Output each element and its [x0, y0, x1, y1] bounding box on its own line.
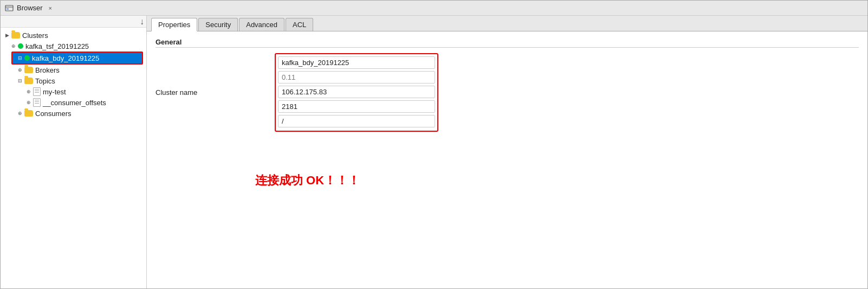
main-window: Browser × ↓ ▶ Clusters ⊕ kafka_tsf_2019: [0, 0, 868, 289]
topics-node[interactable]: ⊟ Topics: [1, 75, 146, 86]
kafka-version-input[interactable]: [278, 71, 435, 84]
cluster2-label: kafka_bdy_20191225: [32, 54, 99, 62]
cluster2-row: ⊟ kafka_bdy_20191225: [1, 52, 146, 65]
topic1-label: my-test: [43, 88, 66, 96]
folder-icon: [24, 110, 33, 117]
browser-icon: [5, 4, 14, 12]
clusters-node[interactable]: ▶ Clusters: [1, 30, 146, 41]
close-tab-button[interactable]: ×: [46, 4, 55, 12]
brokers-label: Brokers: [35, 66, 60, 74]
title-bar: Browser ×: [1, 1, 867, 16]
expand-icon: ⊟: [16, 54, 24, 62]
expand-icon: ⊕: [16, 66, 24, 74]
expand-icon: ⊕: [24, 98, 33, 107]
doc-icon: [33, 87, 41, 96]
folder-icon: [11, 32, 20, 38]
down-arrow-icon: ↓: [140, 17, 144, 27]
expand-icon: ⊕: [16, 109, 24, 118]
doc-icon: [33, 98, 41, 107]
svg-rect-2: [7, 8, 9, 10]
cluster1-node[interactable]: ⊕ kafka_tsf_20191225: [1, 41, 146, 52]
sidebar-toolbar: ↓: [1, 16, 146, 28]
topic1-node[interactable]: ⊕ my-test: [1, 86, 146, 97]
main-area: ↓ ▶ Clusters ⊕ kafka_tsf_20191225: [1, 16, 867, 288]
consumers-node[interactable]: ⊕ Consumers: [1, 108, 146, 119]
topic2-node[interactable]: ⊕ __consumer_offsets: [1, 97, 146, 108]
expand-icon: ⊕: [9, 42, 18, 50]
expand-icon: ▶: [3, 31, 11, 40]
tab-advanced[interactable]: Advanced: [239, 18, 284, 31]
cluster-name-row: Cluster name: [156, 53, 859, 132]
status-dot: [18, 43, 23, 49]
tab-security[interactable]: Security: [198, 18, 238, 31]
title-label: Browser: [17, 4, 43, 12]
consumers-label: Consumers: [35, 110, 71, 118]
expand-icon: ⊕: [24, 87, 33, 96]
folder-icon: [24, 67, 33, 73]
sidebar: ↓ ▶ Clusters ⊕ kafka_tsf_20191225: [1, 16, 147, 288]
expand-icon: ⊟: [16, 76, 24, 85]
topic2-label: __consumer_offsets: [43, 99, 106, 107]
tab-properties[interactable]: Properties: [151, 18, 197, 31]
right-panel: Properties Security Advanced ACL General…: [147, 16, 867, 288]
tab-bar: Properties Security Advanced ACL: [147, 16, 867, 31]
properties-content: General Cluster name: [147, 31, 867, 288]
chroot-path-input[interactable]: [278, 115, 435, 127]
tree: ▶ Clusters ⊕ kafka_tsf_20191225 ⊟ kafka_…: [1, 28, 146, 121]
status-dot: [24, 55, 30, 61]
fields-box: [275, 53, 438, 132]
cluster1-label: kafka_tsf_20191225: [25, 42, 89, 50]
zookeeper-port-input[interactable]: [278, 100, 435, 113]
cluster2-node[interactable]: ⊟ kafka_bdy_20191225: [11, 52, 143, 65]
clusters-label: Clusters: [22, 31, 48, 40]
brokers-node[interactable]: ⊕ Brokers: [1, 65, 146, 75]
tab-acl[interactable]: ACL: [286, 18, 313, 31]
cluster-name-input[interactable]: [278, 56, 435, 69]
folder-icon: [24, 78, 33, 84]
topics-label: Topics: [35, 77, 55, 85]
success-message: 连接成功 OK！！！: [255, 172, 360, 189]
section-general: General: [156, 38, 859, 48]
cluster-name-label: Cluster name: [156, 88, 275, 97]
zookeeper-host-input[interactable]: [278, 86, 435, 98]
